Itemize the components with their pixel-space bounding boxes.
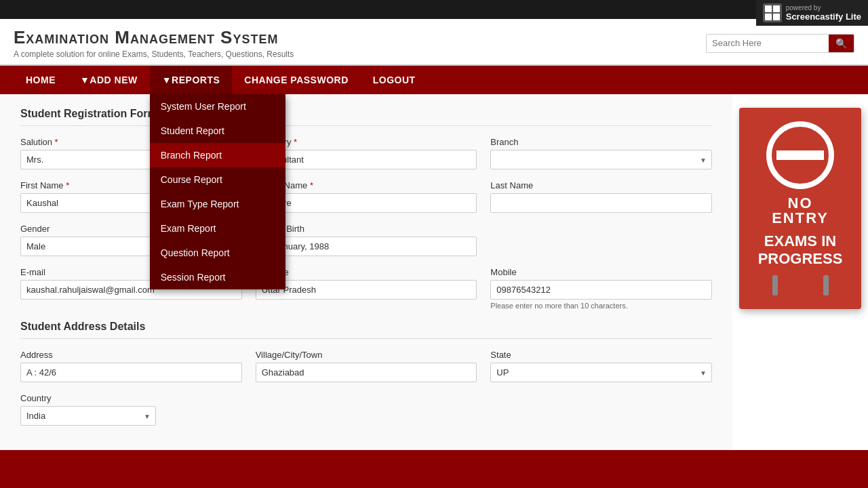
last-name-input[interactable]	[490, 193, 712, 213]
address-label: Address	[20, 350, 242, 360]
powered-by-text: powered by	[786, 4, 861, 12]
state-label: State	[490, 350, 712, 360]
form-area: Student Registration Form Salution * Mrs…	[0, 94, 732, 450]
branch-group: Branch	[490, 137, 712, 169]
dob-group: Date of Birth	[256, 224, 477, 256]
menu-student-report[interactable]: Student Report	[150, 119, 285, 143]
middle-name-group: Middle Name *	[256, 180, 477, 213]
dob-input[interactable]	[256, 237, 477, 256]
menu-system-user-report[interactable]: System User Report	[150, 94, 285, 119]
header: Examination Management System A complete…	[0, 19, 868, 66]
site-title: Examination Management System	[14, 27, 294, 48]
branch-label: Branch	[490, 137, 712, 147]
menu-question-report[interactable]: Question Report	[150, 241, 285, 265]
last-name-group: Last Name	[490, 180, 712, 213]
main-nav: HOME ▼ ADD NEW ▼ REPORTS System User Rep…	[0, 66, 868, 94]
middle-name-label: Middle Name *	[256, 180, 477, 190]
nav-logout[interactable]: LOGOUT	[361, 66, 428, 94]
search-input[interactable]	[707, 35, 829, 52]
empty-group	[490, 224, 712, 256]
reports-dropdown-wrapper: ▼ REPORTS System User Report Student Rep…	[150, 66, 233, 94]
mobile-input[interactable]	[490, 280, 712, 300]
banner-legs	[749, 275, 851, 296]
header-right: 🔍	[706, 34, 854, 53]
screencastify-bar: powered by Screencastify Lite	[756, 0, 868, 26]
site-subtitle: A complete solution for online Exams, St…	[14, 49, 294, 59]
reports-dropdown-menu: System User Report Student Report Branch…	[150, 94, 285, 289]
address-row-2: Country India USA UK	[20, 393, 712, 426]
banner-leg-right	[823, 275, 829, 296]
state-select-wrapper: UP MP Delhi	[490, 363, 712, 382]
landline-group: Landline	[256, 267, 477, 310]
no-entry-text: NO	[788, 196, 813, 211]
dob-label: Date of Birth	[256, 224, 477, 234]
mobile-label: Mobile	[490, 267, 712, 277]
add-new-label: ADD NEW	[90, 75, 137, 85]
sidebar-image: NO ENTRY EXAMS IN PROGRESS	[732, 94, 868, 450]
nav-reports[interactable]: ▼ REPORTS	[150, 66, 233, 94]
country-select[interactable]: India USA UK	[20, 406, 156, 426]
form-row-4: E-mail Landline Mobile Please enter no m…	[20, 267, 712, 310]
no-entry-banner: NO ENTRY EXAMS IN PROGRESS	[739, 108, 861, 309]
country-group: Country India USA UK	[20, 393, 156, 426]
category-group: Category *	[256, 137, 477, 169]
search-button[interactable]: 🔍	[829, 35, 854, 52]
menu-course-report[interactable]: Course Report	[150, 167, 285, 192]
reports-label: REPORTS	[172, 75, 220, 85]
add-new-dropdown-wrapper: ▼ ADD NEW	[68, 66, 150, 94]
country-select-wrapper: India USA UK	[20, 406, 156, 426]
state-group: State UP MP Delhi	[490, 350, 712, 382]
address-input[interactable]	[20, 363, 242, 382]
address-section-title: Student Address Details	[20, 321, 712, 339]
mobile-hint: Please enter no more than 10 characters.	[490, 302, 712, 310]
village-input[interactable]	[256, 363, 477, 382]
middle-name-input[interactable]	[256, 193, 477, 213]
form-row-3: Gender Male Female Other Date of Birth	[20, 224, 712, 256]
village-group: Village/City/Town	[256, 350, 477, 382]
main-container: Student Registration Form Salution * Mrs…	[0, 94, 868, 450]
no-entry-circle	[766, 121, 834, 189]
menu-branch-report[interactable]: Branch Report	[150, 143, 285, 167]
screencastify-icon	[763, 3, 782, 22]
country-label: Country	[20, 393, 156, 403]
nav-add-new[interactable]: ▼ ADD NEW	[68, 66, 150, 94]
exams-in-progress-text: EXAMS IN PROGRESS	[749, 232, 851, 268]
menu-exam-type-report[interactable]: Exam Type Report	[150, 192, 285, 216]
add-new-arrow: ▼	[80, 75, 90, 85]
branch-select-wrapper	[490, 150, 712, 169]
nav-home[interactable]: HOME	[14, 66, 68, 94]
menu-exam-report[interactable]: Exam Report	[150, 216, 285, 241]
last-name-label: Last Name	[490, 180, 712, 190]
banner-leg-left	[772, 275, 778, 296]
screencastify-brand: Screencastify Lite	[786, 12, 861, 22]
category-input[interactable]	[256, 150, 477, 169]
branch-select[interactable]	[490, 150, 712, 169]
search-box: 🔍	[706, 34, 854, 53]
form-row-1: Salution * Mrs. Mr. Ms. Dr. Category *	[20, 137, 712, 169]
village-label: Village/City/Town	[256, 350, 477, 360]
screencastify-logo: powered by Screencastify Lite	[763, 3, 861, 22]
top-bar: Welcome Amit Singh | Lo...	[0, 0, 868, 19]
address-row-1: Address Village/City/Town State UP MP De…	[20, 350, 712, 382]
landline-label: Landline	[256, 267, 477, 277]
form-title: Student Registration Form	[20, 108, 712, 126]
state-select[interactable]: UP MP Delhi	[490, 363, 712, 382]
no-entry-bar	[776, 150, 824, 160]
menu-session-report[interactable]: Session Report	[150, 265, 285, 289]
category-label: Category *	[256, 137, 477, 147]
reports-arrow: ▼	[162, 75, 172, 85]
landline-input[interactable]	[256, 280, 477, 300]
form-row-2: First Name * Middle Name * Last Name	[20, 180, 712, 213]
nav-change-password[interactable]: CHANGE PASSWORD	[232, 66, 360, 94]
address-group: Address	[20, 350, 242, 382]
entry-text: ENTRY	[772, 211, 829, 226]
mobile-group: Mobile Please enter no more than 10 char…	[490, 267, 712, 310]
